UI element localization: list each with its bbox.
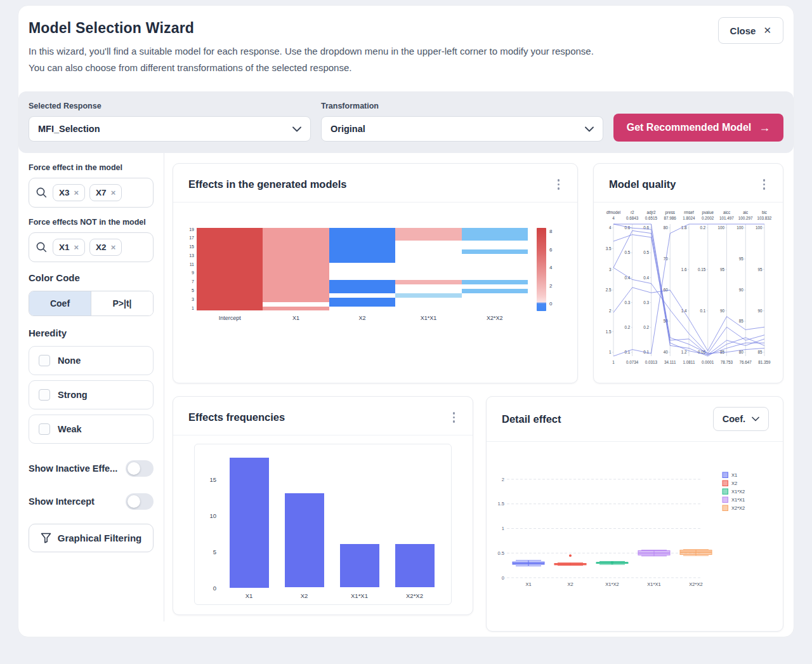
color-code-option-pt[interactable]: P>|t| <box>91 291 153 315</box>
svg-text:0.5: 0.5 <box>624 250 630 255</box>
svg-text:X2*X2: X2*X2 <box>731 505 745 511</box>
show-intercept-toggle[interactable] <box>126 493 154 510</box>
color-code-option-coef[interactable]: Coef <box>29 291 91 315</box>
svg-text:0: 0 <box>501 575 504 581</box>
svg-text:100: 100 <box>737 225 743 230</box>
model-quality-panel: Model quality dfmodel4143.532.521.51r20.… <box>593 163 783 383</box>
svg-text:r2: r2 <box>631 210 634 215</box>
svg-text:34.111: 34.111 <box>664 360 676 364</box>
graphical-filtering-button[interactable]: Graphical Filtering <box>29 524 154 552</box>
show-intercept-row: Show Intercept <box>29 493 154 510</box>
heredity-option-strong[interactable]: Strong <box>29 380 154 409</box>
search-icon <box>36 187 48 199</box>
svg-text:95: 95 <box>739 256 744 261</box>
svg-text:1: 1 <box>612 360 615 364</box>
svg-text:80: 80 <box>664 225 669 230</box>
chip-remove-icon[interactable]: × <box>111 188 116 197</box>
svg-text:95: 95 <box>757 267 763 271</box>
toggle-knob <box>128 495 140 508</box>
detail-effect-title: Detail effect <box>502 413 561 425</box>
svg-text:87.986: 87.986 <box>664 216 677 220</box>
chip-remove-icon[interactable]: × <box>74 242 79 252</box>
chip-remove-icon[interactable]: × <box>111 242 116 252</box>
chevron-down-icon <box>585 126 594 132</box>
svg-text:dfmodel: dfmodel <box>606 210 620 215</box>
chip-label: X1 <box>59 242 70 252</box>
force-in-label: Force effect in the model <box>29 163 154 172</box>
svg-text:1.5: 1.5 <box>606 329 612 333</box>
bar-X2*X2 <box>395 544 435 587</box>
svg-text:95: 95 <box>720 267 725 271</box>
graphical-filtering-label: Graphical Filtering <box>58 533 142 543</box>
svg-text:1.8024: 1.8024 <box>683 216 695 220</box>
svg-text:0.2: 0.2 <box>624 325 630 329</box>
force-out-search[interactable]: X1×X2× <box>29 232 154 262</box>
svg-text:90: 90 <box>720 308 725 312</box>
svg-text:4: 4 <box>609 225 612 230</box>
filter-chip[interactable]: X2× <box>89 239 122 256</box>
effects-heatmap: 191715131197531 InterceptX1X2X1*X1X2*X2 … <box>186 228 566 322</box>
close-button[interactable]: Close ✕ <box>718 17 783 44</box>
svg-text:0.0313: 0.0313 <box>645 360 658 364</box>
selected-response-label: Selected Response <box>29 102 311 110</box>
svg-text:bic: bic <box>762 210 767 215</box>
svg-text:3: 3 <box>609 267 612 271</box>
svg-text:60: 60 <box>664 288 669 292</box>
svg-text:press: press <box>665 210 675 215</box>
panels-area: Effects in the generated models 19171513… <box>164 153 794 621</box>
chip-label: X7 <box>96 188 107 197</box>
model-quality-parallel-plot: dfmodel4143.532.521.51r20.68430.07340.60… <box>598 208 778 370</box>
chip-label: X2 <box>96 242 107 252</box>
svg-text:X1*X1: X1*X1 <box>731 497 745 503</box>
force-out-label: Force effects NOT in the model <box>29 218 154 227</box>
svg-text:0.15: 0.15 <box>698 267 706 271</box>
svg-text:aicc: aicc <box>723 210 730 215</box>
kebab-menu-icon[interactable] <box>449 409 459 425</box>
effects-models-panel: Effects in the generated models 19171513… <box>173 163 578 383</box>
effects-models-title: Effects in the generated models <box>188 178 346 190</box>
close-button-label: Close <box>730 25 756 36</box>
svg-text:1.0811: 1.0811 <box>683 360 695 364</box>
filter-chip[interactable]: X1× <box>53 239 85 256</box>
model-quality-title: Model quality <box>609 178 676 190</box>
svg-text:adjr2: adjr2 <box>646 210 656 215</box>
svg-text:101.497: 101.497 <box>719 216 734 220</box>
heredity-option-weak[interactable]: Weak <box>29 415 154 444</box>
force-in-chip-list: X3×X7× <box>53 184 122 201</box>
show-inactive-effects-toggle[interactable] <box>126 460 154 477</box>
heatmap-y-axis: 191715131197531 <box>186 228 197 322</box>
svg-text:0.2: 0.2 <box>643 325 649 329</box>
detail-effect-metric-value: Coef. <box>723 414 745 424</box>
heredity-label: Heredity <box>29 328 154 338</box>
svg-text:X1: X1 <box>525 581 531 587</box>
heredity-option-none[interactable]: None <box>29 346 154 375</box>
svg-text:2.5: 2.5 <box>606 288 612 292</box>
effects-frequencies-bar-chart: 051015X1X2X1*X1X2*X2 <box>194 444 452 605</box>
kebab-menu-icon[interactable] <box>554 176 564 192</box>
svg-text:0.2: 0.2 <box>700 225 705 230</box>
svg-text:0.2002: 0.2002 <box>702 216 714 220</box>
show-inactive-effects-row: Show Inactive Effe... <box>29 460 154 477</box>
svg-text:X2*X2: X2*X2 <box>689 581 702 587</box>
svg-text:1.2: 1.2 <box>681 350 687 354</box>
filter-chip[interactable]: X3× <box>53 184 85 201</box>
heredity-weak-label: Weak <box>58 424 82 434</box>
checkbox-icon[interactable] <box>39 423 50 435</box>
checkbox-icon[interactable] <box>39 389 50 401</box>
detail-effect-metric-select[interactable]: Coef. <box>713 407 769 431</box>
filter-chip[interactable]: X7× <box>89 184 122 201</box>
svg-text:81.359: 81.359 <box>758 360 771 364</box>
transformation-select[interactable]: Original <box>321 116 603 142</box>
svg-text:103.832: 103.832 <box>757 216 772 220</box>
svg-text:0.6515: 0.6515 <box>645 216 658 220</box>
transformation-label: Transformation <box>321 102 603 110</box>
svg-text:0.0734: 0.0734 <box>626 360 639 364</box>
chip-remove-icon[interactable]: × <box>74 188 79 197</box>
get-recommended-model-button[interactable]: Get Recommended Model → <box>613 114 783 142</box>
force-in-search[interactable]: X3×X7× <box>29 178 154 208</box>
svg-text:1: 1 <box>501 526 504 531</box>
selected-response-select[interactable]: MFI_Selection <box>29 116 311 142</box>
checkbox-icon[interactable] <box>39 355 50 366</box>
kebab-menu-icon[interactable] <box>759 176 769 192</box>
bar-X2 <box>285 493 324 587</box>
